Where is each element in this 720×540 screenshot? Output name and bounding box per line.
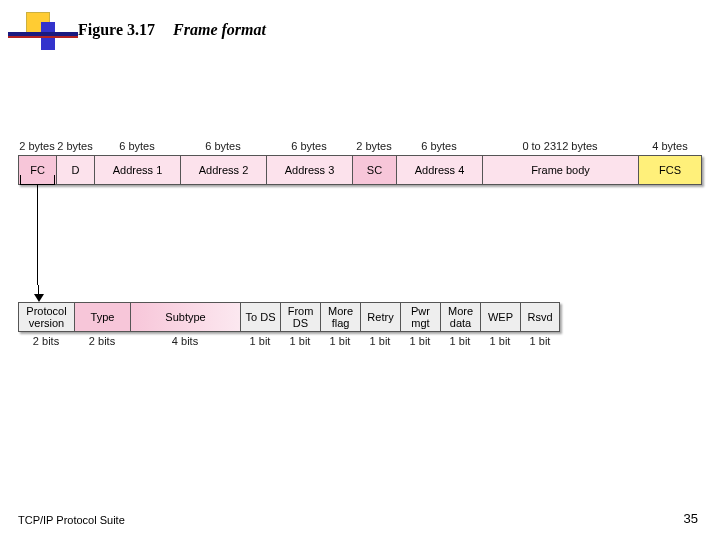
field-framebody: Frame body <box>482 155 638 185</box>
field-fcs: FCS <box>638 155 702 185</box>
size-label: 1 bit <box>280 335 320 347</box>
size-label: 6 bytes <box>266 140 352 152</box>
size-label: 2 bytes <box>352 140 396 152</box>
field-address2: Address 2 <box>180 155 266 185</box>
fc-more-data: More data <box>440 302 480 332</box>
fc-wep: WEP <box>480 302 520 332</box>
size-label: 1 bit <box>360 335 400 347</box>
fc-protocol-version: Protocol version <box>18 302 74 332</box>
size-label: 6 bytes <box>396 140 482 152</box>
frame-size-row: 2 bytes 2 bytes 6 bytes 6 bytes 6 bytes … <box>18 140 702 152</box>
frame-field-row: FC D Address 1 Address 2 Address 3 SC Ad… <box>18 155 702 185</box>
fc-type: Type <box>74 302 130 332</box>
field-sc: SC <box>352 155 396 185</box>
size-label: 1 bit <box>400 335 440 347</box>
logo-icon <box>8 10 58 50</box>
size-label: 0 to 2312 bytes <box>482 140 638 152</box>
fc-leader-line <box>37 185 38 285</box>
fc-pwr-mgt: Pwr mgt <box>400 302 440 332</box>
slide-header: Figure 3.17 Frame format <box>8 10 266 50</box>
size-label: 6 bytes <box>180 140 266 152</box>
size-label: 1 bit <box>440 335 480 347</box>
figure-caption: Frame format <box>173 21 266 38</box>
fc-size-row: 2 bits 2 bits 4 bits 1 bit 1 bit 1 bit 1… <box>18 335 560 347</box>
fc-subtype: Subtype <box>130 302 240 332</box>
frame-diagram: 2 bytes 2 bytes 6 bytes 6 bytes 6 bytes … <box>18 140 702 185</box>
field-address1: Address 1 <box>94 155 180 185</box>
size-label: 2 bits <box>74 335 130 347</box>
figure-title: Figure 3.17 Frame format <box>78 21 266 39</box>
page-number: 35 <box>684 511 698 526</box>
size-label: 4 bytes <box>638 140 702 152</box>
footer-text: TCP/IP Protocol Suite <box>18 514 125 526</box>
size-label: 2 bytes <box>56 140 94 152</box>
fc-from-ds: From DS <box>280 302 320 332</box>
size-label: 2 bits <box>18 335 74 347</box>
size-label: 1 bit <box>320 335 360 347</box>
figure-number: Figure 3.17 <box>78 21 155 38</box>
field-address4: Address 4 <box>396 155 482 185</box>
size-label: 1 bit <box>240 335 280 347</box>
fc-bracket <box>20 175 55 185</box>
size-label: 1 bit <box>480 335 520 347</box>
fc-field-row: Protocol version Type Subtype To DS From… <box>18 302 560 332</box>
arrow-down-icon <box>34 294 44 302</box>
fc-to-ds: To DS <box>240 302 280 332</box>
field-d: D <box>56 155 94 185</box>
fc-subfield-diagram: Protocol version Type Subtype To DS From… <box>18 302 560 347</box>
fc-more-flag: More flag <box>320 302 360 332</box>
field-address3: Address 3 <box>266 155 352 185</box>
fc-retry: Retry <box>360 302 400 332</box>
size-label: 2 bytes <box>18 140 56 152</box>
size-label: 4 bits <box>130 335 240 347</box>
fc-rsvd: Rsvd <box>520 302 560 332</box>
size-label: 1 bit <box>520 335 560 347</box>
size-label: 6 bytes <box>94 140 180 152</box>
